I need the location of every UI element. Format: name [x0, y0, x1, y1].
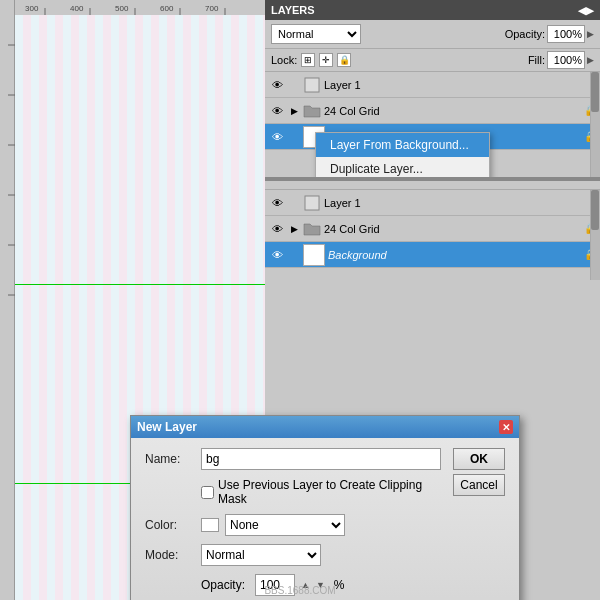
- dialog-body: Name: Use Previous Layer to Create Clipp…: [131, 438, 519, 600]
- clipping-mask-row: Use Previous Layer to Create Clipping Ma…: [201, 478, 441, 506]
- color-label: Color:: [145, 518, 195, 532]
- mode-label: Mode:: [145, 548, 195, 562]
- color-select[interactable]: None: [225, 514, 345, 536]
- dialog-title-bar: New Layer ✕: [131, 416, 519, 438]
- name-label: Name:: [145, 452, 195, 466]
- clipping-mask-checkbox[interactable]: [201, 486, 214, 499]
- dialog-title: New Layer: [137, 420, 197, 434]
- color-swatch: [201, 518, 219, 532]
- new-layer-dialog: New Layer ✕ Name: Use Previous Layer to …: [130, 415, 520, 600]
- mode-opacity-row: Mode: Normal: [145, 544, 441, 566]
- layer-name-input[interactable]: [201, 448, 441, 470]
- color-field-row: Color: None: [145, 514, 441, 536]
- dialog-close-button[interactable]: ✕: [499, 420, 513, 434]
- watermark: BBS.1688.COM: [264, 585, 335, 596]
- dialog-buttons: OK Cancel: [453, 448, 505, 600]
- dialog-cancel-button[interactable]: Cancel: [453, 474, 505, 496]
- dialog-overlay: New Layer ✕ Name: Use Previous Layer to …: [0, 0, 600, 600]
- name-input-area: Name: Use Previous Layer to Create Clipp…: [145, 448, 441, 600]
- clipping-mask-label: Use Previous Layer to Create Clipping Ma…: [218, 478, 441, 506]
- dialog-ok-button[interactable]: OK: [453, 448, 505, 470]
- name-row: Name: Use Previous Layer to Create Clipp…: [145, 448, 505, 600]
- mode-select[interactable]: Normal: [201, 544, 321, 566]
- name-field-row: Name:: [145, 448, 441, 470]
- dialog-opacity-label: Opacity:: [201, 578, 245, 592]
